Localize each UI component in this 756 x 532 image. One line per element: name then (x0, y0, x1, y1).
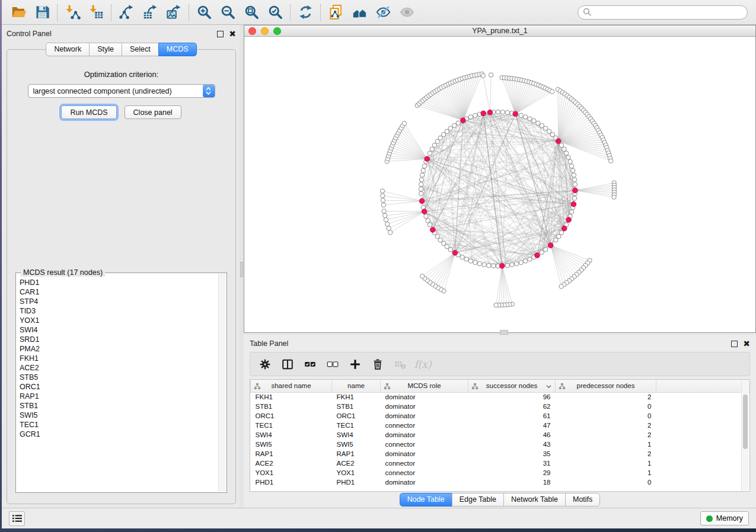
network-node[interactable] (514, 262, 518, 266)
column-panel-button[interactable] (277, 355, 298, 374)
mcds-highlight-node[interactable] (573, 188, 578, 193)
network-node[interactable] (448, 126, 452, 130)
mcds-result-item[interactable]: PHD1 (20, 278, 218, 287)
network-node[interactable] (572, 178, 576, 182)
column-header-name[interactable]: name (332, 380, 381, 392)
mcds-highlight-node[interactable] (487, 110, 493, 115)
mcds-result-item[interactable]: SWI5 (20, 411, 218, 420)
table-row[interactable]: SWI5SWI5connector431 (251, 440, 751, 449)
network-node[interactable] (487, 263, 491, 267)
zoom-fit-button[interactable] (240, 2, 263, 23)
tab-mcds[interactable]: MCDS (158, 43, 197, 56)
network-node[interactable] (569, 210, 573, 214)
network-node[interactable] (550, 89, 554, 94)
zoom-out-button[interactable] (216, 2, 240, 23)
table-row[interactable]: FKH1FKH1dominator962 (251, 392, 751, 402)
network-node[interactable] (564, 151, 568, 155)
network-node[interactable] (420, 274, 424, 278)
mcds-result-item[interactable]: YOX1 (20, 316, 218, 325)
network-node[interactable] (612, 195, 616, 199)
network-node[interactable] (492, 264, 496, 268)
tab-motifs[interactable]: Motifs (565, 493, 600, 507)
vertical-splitter-grip[interactable] (240, 262, 243, 277)
tab-style[interactable]: Style (89, 43, 122, 56)
network-node[interactable] (385, 222, 390, 226)
zoom-selected-button[interactable] (263, 2, 287, 23)
float-panel-icon[interactable] (217, 31, 224, 37)
network-node[interactable] (572, 196, 576, 200)
network-node[interactable] (432, 143, 436, 148)
network-node[interactable] (477, 262, 481, 266)
network-node[interactable] (419, 191, 423, 196)
mcds-highlight-node[interactable] (461, 118, 466, 123)
column-header-shared-name[interactable]: shared name (251, 380, 332, 392)
network-node[interactable] (380, 189, 384, 193)
network-node[interactable] (381, 203, 385, 207)
network-node[interactable] (540, 123, 544, 127)
import-table-button[interactable] (84, 2, 108, 23)
table-row[interactable]: ORC1ORC1dominator610 (251, 411, 751, 421)
mcds-result-item[interactable]: PMA2 (20, 344, 218, 354)
table-scrollbar-thumb[interactable] (743, 395, 748, 449)
network-graph[interactable] (244, 37, 755, 329)
mcds-result-item[interactable]: ORC1 (20, 382, 218, 392)
open-file-button[interactable] (7, 2, 30, 23)
table-row[interactable]: ACE2ACE2connector311 (251, 459, 751, 468)
mcds-result-item[interactable]: RAP1 (20, 392, 218, 401)
network-node[interactable] (519, 260, 523, 264)
network-node[interactable] (464, 257, 468, 261)
mcds-result-item[interactable]: GCR1 (20, 430, 218, 439)
criterion-dropdown[interactable]: largest connected component (undirected) (28, 84, 215, 98)
network-node[interactable] (421, 168, 425, 172)
network-node[interactable] (388, 230, 393, 235)
network-node[interactable] (544, 248, 548, 252)
save-session-button[interactable] (30, 2, 54, 23)
export-network-button[interactable] (114, 2, 138, 23)
vertical-splitter[interactable] (240, 25, 244, 508)
import-network-button[interactable] (60, 2, 84, 23)
mcds-highlight-node[interactable] (535, 253, 540, 258)
network-node[interactable] (540, 250, 544, 254)
zoom-in-button[interactable] (192, 2, 216, 23)
mcds-highlight-node[interactable] (571, 201, 576, 207)
table-row[interactable]: TEC1TEC1connector472 (251, 421, 751, 430)
mcds-highlight-node[interactable] (430, 227, 436, 233)
table-row[interactable]: RAP1RAP1dominator352 (251, 449, 751, 459)
hide-selected-button[interactable] (371, 2, 395, 23)
float-table-panel-icon[interactable] (731, 341, 738, 347)
mcds-result-item[interactable]: TID3 (20, 306, 218, 316)
network-node[interactable] (381, 198, 385, 203)
network-node[interactable] (468, 259, 473, 263)
network-canvas[interactable] (244, 37, 755, 332)
network-node[interactable] (452, 123, 457, 127)
network-node[interactable] (500, 110, 505, 114)
mcds-list-scrollbar[interactable] (218, 274, 226, 492)
table-scrollbar[interactable] (741, 380, 749, 491)
deselect-all-button[interactable] (323, 355, 343, 374)
network-node[interactable] (573, 182, 577, 187)
delete-table-button[interactable] (390, 355, 410, 374)
network-node[interactable] (510, 262, 514, 267)
network-node[interactable] (568, 159, 572, 164)
network-node[interactable] (420, 173, 424, 177)
network-node[interactable] (489, 73, 493, 77)
network-node[interactable] (473, 113, 477, 117)
mcds-result-item[interactable]: STB5 (20, 373, 218, 382)
network-node[interactable] (482, 262, 486, 267)
mcds-highlight-node[interactable] (548, 243, 553, 248)
add-column-button[interactable] (345, 355, 365, 374)
network-node[interactable] (382, 209, 386, 213)
mcds-highlight-node[interactable] (422, 209, 427, 214)
mcds-highlight-node[interactable] (562, 226, 567, 231)
network-node[interactable] (428, 151, 432, 155)
mcds-result-item[interactable]: FKH1 (20, 354, 218, 363)
first-neighbors-button[interactable] (347, 2, 371, 23)
mcds-highlight-node[interactable] (481, 111, 486, 116)
network-node[interactable] (426, 219, 430, 223)
column-header-MCDS-role[interactable]: MCDS role (381, 380, 468, 392)
network-node[interactable] (559, 230, 563, 235)
network-node[interactable] (428, 223, 432, 227)
network-node[interactable] (424, 214, 428, 218)
column-header-predecessor-nodes[interactable]: predecessor nodes (556, 380, 656, 392)
network-node[interactable] (609, 159, 613, 163)
